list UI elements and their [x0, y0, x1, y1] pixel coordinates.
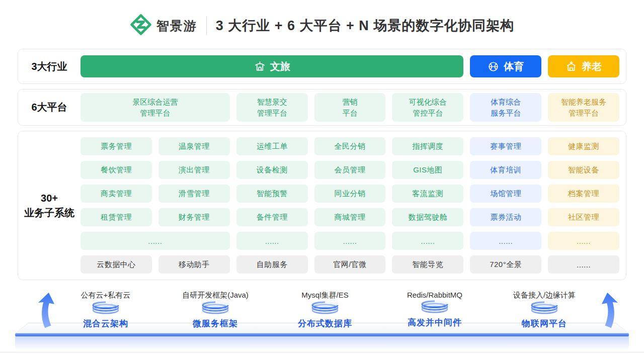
- industry-button-2: 体育: [470, 55, 541, 77]
- brand-name: 智景游: [156, 18, 197, 34]
- subsystem-cell: 智能导览: [392, 255, 463, 274]
- platform-box-line: 管理平台: [569, 108, 599, 119]
- subsystem-cell: 温泉管理: [158, 137, 230, 155]
- subsystem-cell: GIS地图: [392, 161, 463, 179]
- infra-item-tech: 公有云+私有云: [81, 291, 131, 300]
- subsystem-cell: ......: [548, 232, 619, 250]
- subsystems-grid: 票务管理温泉管理运维工单全民分销指挥调度赛事管理健康监测餐饮管理演出管理设备检测…: [80, 137, 619, 274]
- subsystem-cell: ......: [470, 232, 541, 250]
- platform-box-line: 营销: [342, 97, 357, 108]
- platform-box-5: 体育综合服务平台: [470, 93, 541, 122]
- header-divider: [206, 16, 207, 35]
- platform-box-line: 管理平台: [140, 108, 170, 119]
- subsystem-cell: 客流监测: [392, 185, 463, 203]
- subsystem-cell: 指挥调度: [392, 137, 463, 155]
- subsystem-cell: 云数据中心: [80, 255, 152, 274]
- subsystem-cell: 商城管理: [314, 208, 386, 226]
- subsystem-cell: 移动助手: [158, 255, 230, 274]
- interlocked-diamond-logo-icon: [130, 14, 152, 38]
- subsystem-cell: 运维工单: [236, 137, 308, 155]
- subsystem-cell: 同业分销: [314, 185, 386, 203]
- subsystem-cell: 赛事管理: [470, 137, 541, 155]
- platforms-label: 6大平台: [18, 100, 80, 115]
- subsystem-cell: 智能设备: [548, 161, 619, 179]
- industries-card: 3大行业 文旅体育养老: [18, 49, 626, 84]
- disc-stack-icon: [310, 301, 340, 317]
- infra-item-tech: 设备接入/边缘计算: [513, 291, 576, 300]
- industries-label: 3大行业: [18, 59, 80, 74]
- infra-item-tech: Mysql集群/ES: [301, 291, 348, 300]
- infra-item-name: 高发并中间件: [408, 317, 462, 328]
- platform-box-line: 服务平台: [491, 108, 521, 119]
- subsystem-cell: 社区管理: [548, 208, 619, 226]
- infra-item-4: Redis/RabbitMQ高发并中间件: [397, 291, 472, 329]
- subsystem-cell: 自助服务: [236, 255, 308, 274]
- platform-box-line: 智慧景交: [257, 97, 287, 108]
- platform-box-line: 景区综合运营: [132, 97, 178, 108]
- subsystem-cell: 商卖管理: [80, 185, 152, 203]
- infra-item-1: 公有云+私有云混合云架构: [68, 291, 143, 329]
- platforms-grid: 景区综合运营管理平台智慧景交管理平台营销平台可视化综合管控平台体育综合服务平台智…: [80, 93, 619, 122]
- platform-box-3: 营销平台: [314, 93, 386, 122]
- infrastructure-section: 公有云+私有云混合云架构自研开发框架(Java)微服务框架Mysql集群/ES分…: [18, 285, 626, 352]
- platform-box-line: 智能养老服务: [561, 97, 606, 108]
- header: 智景游 3 大行业 + 6 大平台 + N 场景的数字化协同架构: [0, 11, 644, 40]
- industry-button-3: 养老: [548, 55, 619, 77]
- subsystems-card: 30+ 业务子系统 票务管理温泉管理运维工单全民分销指挥调度赛事管理健康监测餐饮…: [18, 131, 626, 280]
- subsystem-cell: 健康监测: [548, 137, 619, 155]
- industry-button-label: 体育: [504, 60, 524, 73]
- infrastructure-items: 公有云+私有云混合云架构自研开发框架(Java)微服务框架Mysql集群/ES分…: [68, 291, 582, 329]
- platform-box-6: 智能养老服务管理平台: [548, 93, 619, 122]
- subsystem-cell: 演出管理: [158, 161, 230, 179]
- industries-grid: 文旅体育养老: [80, 55, 619, 77]
- platform-box-1: 景区综合运营管理平台: [80, 93, 230, 122]
- platform-box-line: 平台: [342, 108, 357, 119]
- subsystem-cell: 票务管理: [80, 137, 152, 155]
- architecture-diagram-page: 智景游 3 大行业 + 6 大平台 + N 场景的数字化协同架构 3大行业 文旅…: [0, 0, 644, 362]
- subsystem-cell: 餐饮管理: [80, 161, 152, 179]
- platform-box-line: 管控平台: [413, 108, 443, 119]
- infra-item-name: 混合云架构: [83, 318, 128, 329]
- subsystem-cell: 备件管理: [236, 208, 308, 226]
- platform-box-line: 管理平台: [257, 108, 287, 119]
- disc-stack-icon: [529, 301, 559, 317]
- subsystem-cell: 智能预警: [236, 185, 308, 203]
- subsystem-cell: 数据驾驶舱: [392, 208, 463, 226]
- subsystem-cell: 租赁管理: [80, 208, 152, 226]
- industry-button-1: 文旅: [80, 55, 463, 77]
- subsystem-cell: 官网/官微: [314, 255, 386, 274]
- subsystem-cell: ......: [236, 232, 308, 250]
- subsystem-cell: ......: [314, 232, 386, 250]
- subsystem-cell: 720°全景: [470, 255, 541, 274]
- platform-box-line: 可视化综合: [409, 97, 447, 108]
- infra-item-name: 微服务框架: [193, 318, 238, 329]
- platforms-card: 6大平台 景区综合运营管理平台智慧景交管理平台营销平台可视化综合管控平台体育综合…: [18, 89, 626, 126]
- subsystem-cell: 场馆管理: [470, 185, 541, 203]
- infra-item-2: 自研开发框架(Java)微服务框架: [178, 291, 253, 329]
- infra-item-5: 设备接入/边缘计算物联网平台: [507, 291, 582, 329]
- disc-stack-icon: [420, 300, 450, 316]
- subsystem-cell: 滑雪管理: [158, 185, 230, 203]
- nursing-home-icon: [566, 61, 577, 72]
- basketball-icon: [488, 61, 499, 72]
- page-title: 3 大行业 + 6 大平台 + N 场景的数字化协同架构: [216, 17, 515, 35]
- infra-item-name: 分布式数据库: [298, 318, 352, 329]
- infra-item-3: Mysql集群/ES分布式数据库: [287, 291, 363, 329]
- subsystems-label-text: 业务子系统: [18, 206, 80, 220]
- subsystem-cell: 设备检测: [236, 161, 308, 179]
- subsystem-cell: ......: [392, 232, 463, 250]
- brand: 智景游: [130, 14, 197, 38]
- platform-slab-edge: [15, 333, 629, 336]
- pavilion-icon: [254, 61, 266, 72]
- subsystem-cell: 档案管理: [548, 185, 619, 203]
- platform-box-2: 智慧景交管理平台: [236, 93, 308, 122]
- subsystem-cell: 体育培训: [470, 161, 541, 179]
- industry-button-label: 养老: [582, 60, 602, 73]
- infra-item-name: 物联网平台: [522, 318, 567, 329]
- subsystems-label-count: 30+: [18, 191, 80, 206]
- up-arrow-icon: [37, 293, 57, 331]
- up-arrow-icon: [599, 293, 619, 331]
- subsystem-cell: 票券活动: [470, 208, 541, 226]
- disc-stack-icon: [200, 301, 230, 317]
- platform-box-4: 可视化综合管控平台: [392, 93, 463, 122]
